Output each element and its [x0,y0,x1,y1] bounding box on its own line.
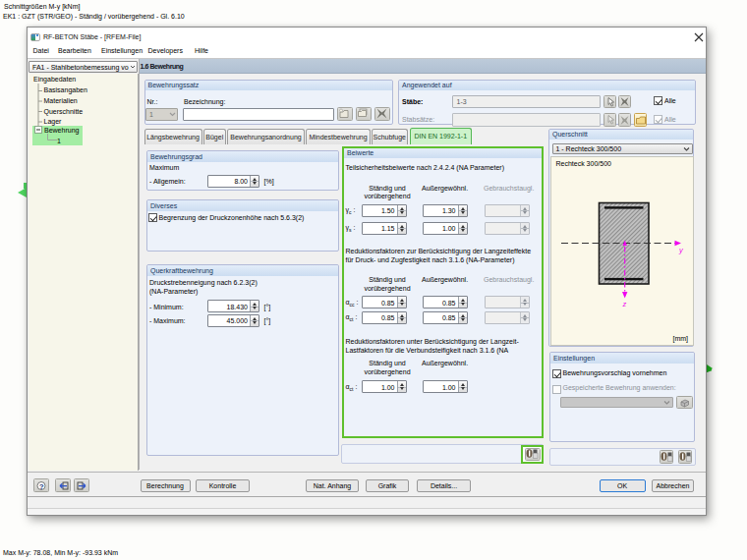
svg-text:y: y [678,246,684,254]
svg-text:?: ? [39,481,44,490]
svg-text:z: z [621,300,626,308]
